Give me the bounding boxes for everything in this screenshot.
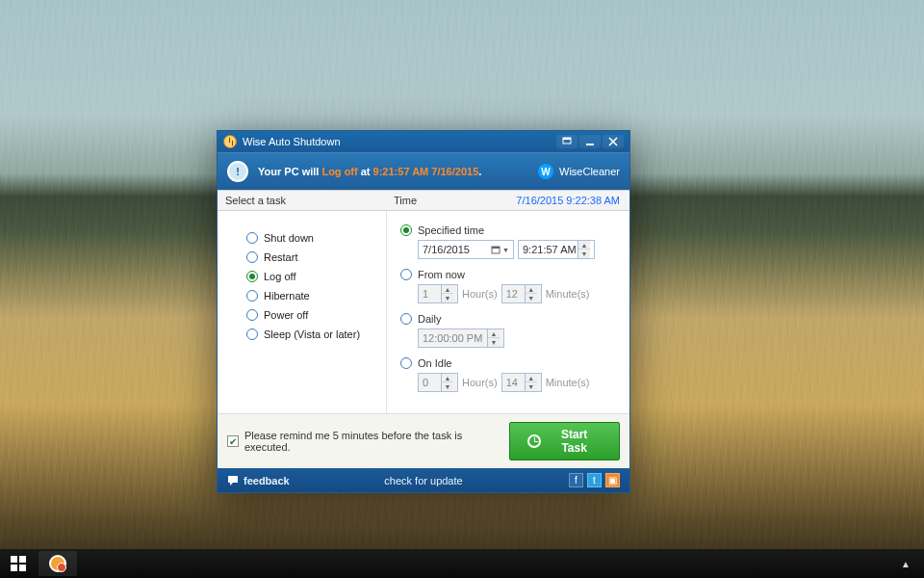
blog-icon[interactable]: ▣ bbox=[605, 473, 620, 487]
minutes-unit: Minute(s) bbox=[546, 377, 590, 388]
window-title: Wise Auto Shutdown bbox=[243, 136, 341, 147]
desktop: Wise Auto Shutdown ! Your PC will Log of… bbox=[0, 0, 924, 578]
start-task-button[interactable]: Start Task bbox=[509, 422, 620, 460]
radio-hibernate[interactable]: Hibernate bbox=[246, 290, 376, 302]
calendar-icon bbox=[491, 245, 500, 254]
footer-bar: feedback check for update f t ▣ bbox=[218, 468, 629, 492]
time-spinner[interactable]: ▲▼ bbox=[578, 241, 590, 258]
svg-rect-8 bbox=[19, 565, 26, 571]
close-icon bbox=[608, 137, 618, 146]
minimize-icon bbox=[585, 137, 595, 146]
close-button[interactable] bbox=[603, 135, 624, 148]
idle-hours-field[interactable]: 0▲▼ bbox=[418, 373, 458, 392]
time-field[interactable]: 9:21:57 AM ▲▼ bbox=[518, 240, 595, 259]
radio-restart[interactable]: Restart bbox=[246, 251, 376, 263]
svg-rect-7 bbox=[11, 565, 17, 571]
hours-unit: Hour(s) bbox=[462, 288, 498, 300]
radio-from-now[interactable]: From now bbox=[400, 269, 616, 280]
radio-shutdown[interactable]: Shut down bbox=[246, 232, 376, 244]
column-header-row: Select a task Time 7/16/2015 9:22:38 AM bbox=[218, 190, 629, 211]
footer-reminder-row: ✔ Please remind me 5 minutes before the … bbox=[218, 413, 629, 468]
info-icon: ! bbox=[227, 161, 248, 182]
radio-specified-time[interactable]: Specified time bbox=[400, 224, 616, 236]
radio-poweroff[interactable]: Power off bbox=[246, 309, 376, 321]
windows-icon bbox=[11, 556, 26, 571]
app-clock-icon bbox=[223, 135, 237, 148]
reminder-label: Please remind me 5 minutes before the ta… bbox=[244, 430, 509, 453]
panel-body: Shut down Restart Log off Hibernate Powe… bbox=[218, 211, 629, 413]
time-panel: Specified time 7/16/2015 ▼ 9:21:57 AM ▲▼… bbox=[386, 211, 629, 413]
settings-button[interactable] bbox=[556, 135, 578, 148]
pin-icon bbox=[562, 137, 572, 146]
column-header-time: Time bbox=[386, 191, 506, 210]
radio-logoff[interactable]: Log off bbox=[246, 271, 376, 282]
taskbar-app-wise-auto-shutdown[interactable] bbox=[38, 551, 77, 576]
radio-sleep[interactable]: Sleep (Vista or later) bbox=[246, 328, 376, 340]
alarm-icon bbox=[527, 434, 541, 448]
date-field[interactable]: 7/16/2015 ▼ bbox=[418, 240, 514, 259]
feedback-link[interactable]: feedback bbox=[227, 475, 290, 486]
svg-rect-2 bbox=[586, 144, 594, 145]
column-header-task: Select a task bbox=[218, 191, 386, 210]
brand-link[interactable]: W WiseCleaner bbox=[538, 164, 620, 179]
taskbar[interactable]: ▲ bbox=[0, 549, 924, 578]
current-timestamp: 7/16/2015 9:22:38 AM bbox=[506, 191, 629, 210]
check-update-link[interactable]: check for update bbox=[384, 475, 462, 486]
speech-icon bbox=[227, 475, 239, 486]
reminder-checkbox[interactable]: ✔ bbox=[227, 435, 239, 447]
brand-icon: W bbox=[538, 164, 553, 179]
fromnow-minutes-field[interactable]: 12▲▼ bbox=[501, 284, 542, 303]
app-clock-icon bbox=[49, 555, 66, 572]
radio-on-idle[interactable]: On Idle bbox=[400, 357, 616, 369]
svg-rect-5 bbox=[11, 556, 17, 563]
start-button[interactable] bbox=[4, 551, 33, 576]
svg-rect-1 bbox=[563, 138, 571, 140]
minutes-unit: Minute(s) bbox=[546, 288, 590, 300]
svg-rect-4 bbox=[492, 247, 500, 249]
twitter-icon[interactable]: t bbox=[587, 473, 602, 487]
status-banner: ! Your PC will Log off at 9:21:57 AM 7/1… bbox=[218, 152, 629, 190]
social-links: f t ▣ bbox=[569, 473, 620, 487]
brand-label: WiseCleaner bbox=[559, 166, 620, 177]
tray-show-hidden-icon[interactable]: ▲ bbox=[901, 559, 920, 569]
facebook-icon[interactable]: f bbox=[569, 473, 583, 487]
task-list: Shut down Restart Log off Hibernate Powe… bbox=[218, 211, 386, 413]
idle-minutes-field[interactable]: 14▲▼ bbox=[501, 373, 542, 392]
titlebar[interactable]: Wise Auto Shutdown bbox=[218, 131, 629, 152]
app-window: Wise Auto Shutdown ! Your PC will Log of… bbox=[217, 130, 630, 493]
daily-time-field[interactable]: 12:00:00 PM▲▼ bbox=[418, 328, 504, 348]
minimize-button[interactable] bbox=[579, 135, 601, 148]
status-message: Your PC will Log off at 9:21:57 AM 7/16/… bbox=[258, 166, 481, 177]
svg-rect-6 bbox=[19, 556, 26, 563]
radio-daily[interactable]: Daily bbox=[400, 313, 616, 325]
fromnow-hours-field[interactable]: 1▲▼ bbox=[418, 284, 458, 303]
hours-unit: Hour(s) bbox=[462, 377, 498, 388]
